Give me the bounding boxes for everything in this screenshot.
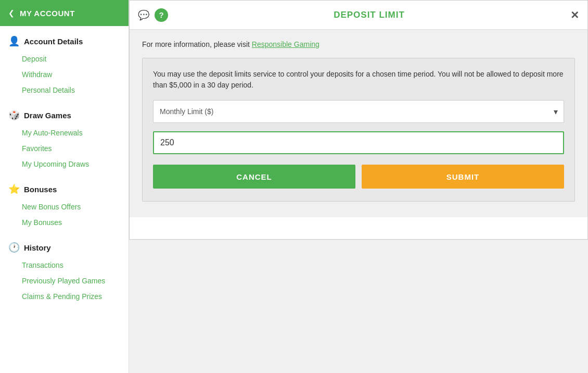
sidebar-item-favorites[interactable]: Favorites [0, 141, 129, 156]
limit-type-select[interactable]: Monthly Limit ($) Daily Limit ($) Weekly… [153, 100, 564, 123]
draw-games-section: 🎲 Draw Games My Auto-Renewals Favorites … [0, 100, 129, 174]
draw-games-label: Draw Games [24, 111, 71, 120]
help-icon[interactable]: ? [155, 8, 168, 22]
info-text-prefix: For more information, please visit [142, 40, 252, 48]
responsible-gaming-link[interactable]: Responsible Gaming [252, 40, 319, 48]
bonuses-header[interactable]: ⭐ Bonuses [0, 179, 129, 199]
bonuses-icon: ⭐ [8, 183, 20, 195]
close-button[interactable]: ✕ [570, 9, 579, 21]
draw-games-icon: 🎲 [8, 109, 20, 121]
cancel-button[interactable]: CANCEL [153, 165, 355, 189]
back-chevron-icon: ❮ [8, 9, 15, 17]
sidebar-item-transactions[interactable]: Transactions [0, 257, 129, 273]
account-details-header[interactable]: 👤 Account Details [0, 31, 129, 51]
my-account-header[interactable]: ❮ MY ACCOUNT [0, 0, 129, 26]
sidebar-item-new-bonus-offers[interactable]: New Bonus Offers [0, 199, 129, 215]
account-details-label: Account Details [24, 37, 83, 46]
account-icon: 👤 [8, 35, 20, 47]
sidebar-item-auto-renewals[interactable]: My Auto-Renewals [0, 125, 129, 141]
amount-input[interactable] [153, 131, 564, 154]
header-icons-group: 💬 ? [138, 8, 168, 22]
history-section: 🕐 History Transactions Previously Played… [0, 232, 129, 306]
sidebar: ❮ MY ACCOUNT 👤 Account Details Deposit W… [0, 0, 129, 373]
history-icon: 🕐 [8, 242, 20, 253]
sidebar-title: MY ACCOUNT [20, 9, 75, 18]
chat-icon[interactable]: 💬 [138, 9, 149, 21]
info-text: For more information, please visit Respo… [142, 40, 575, 48]
sidebar-item-deposit[interactable]: Deposit [0, 51, 129, 67]
panel-header: 💬 ? DEPOSIT LIMIT ✕ [130, 1, 587, 30]
bonuses-section: ⭐ Bonuses New Bonus Offers My Bonuses [0, 174, 129, 232]
account-section: 👤 Account Details Deposit Withdraw Perso… [0, 26, 129, 100]
form-buttons: CANCEL SUBMIT [153, 165, 564, 189]
bonuses-label: Bonuses [24, 185, 57, 194]
sidebar-item-claims-pending[interactable]: Claims & Pending Prizes [0, 289, 129, 304]
history-label: History [24, 243, 51, 252]
sidebar-item-personal-details[interactable]: Personal Details [0, 82, 129, 98]
deposit-form-box: You may use the deposit limits service t… [142, 58, 575, 202]
form-description: You may use the deposit limits service t… [153, 69, 564, 91]
submit-button[interactable]: SUBMIT [362, 165, 564, 189]
main-content: 💬 ? DEPOSIT LIMIT ✕ For more information… [129, 0, 588, 373]
deposit-limit-panel: 💬 ? DEPOSIT LIMIT ✕ For more information… [129, 0, 588, 240]
history-header[interactable]: 🕐 History [0, 238, 129, 257]
sidebar-item-previously-played[interactable]: Previously Played Games [0, 273, 129, 289]
limit-type-dropdown-wrapper: Monthly Limit ($) Daily Limit ($) Weekly… [153, 100, 564, 123]
sidebar-item-my-bonuses[interactable]: My Bonuses [0, 215, 129, 230]
sidebar-item-upcoming-draws[interactable]: My Upcoming Draws [0, 156, 129, 172]
panel-title: DEPOSIT LIMIT [168, 10, 570, 20]
draw-games-header[interactable]: 🎲 Draw Games [0, 105, 129, 125]
sidebar-item-withdraw[interactable]: Withdraw [0, 67, 129, 82]
panel-body: For more information, please visit Respo… [130, 30, 587, 217]
